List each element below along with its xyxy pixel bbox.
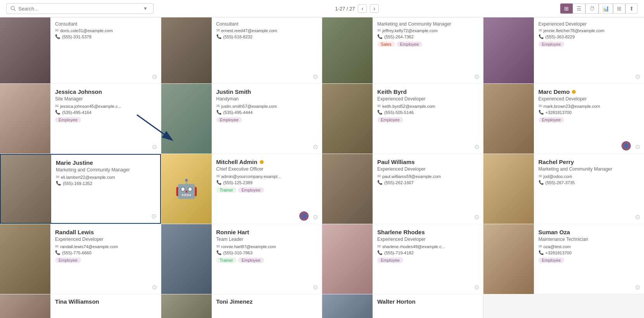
card-rachel-perry[interactable]: Rachel Perry Marketing and Community Man… — [483, 154, 644, 224]
search-icon — [10, 6, 16, 11]
card-email: ✉ paul.williams59@example.com — [377, 174, 479, 179]
card-name: Rachel Perry — [539, 159, 641, 165]
card-paul-williams[interactable]: Paul Williams Experienced Developer ✉ pa… — [322, 154, 483, 224]
card-name: Mitchell Admin — [216, 159, 257, 165]
tag-employee: Employee — [238, 258, 264, 263]
card-ernest-reed[interactable]: Consultant ✉ ernest.reed47@example.com 📞… — [161, 17, 322, 83]
card-email: ✉ jennie.fletcher76@example.com — [539, 28, 641, 33]
clock-icon[interactable]: ⊙ — [474, 143, 479, 150]
card-title: Consultant — [216, 21, 318, 27]
card-title: Site Manager — [55, 96, 157, 102]
view-share-button[interactable]: ⬆ — [625, 3, 638, 14]
card-phone: 📞 (555)-518-8232 — [216, 34, 318, 39]
card-phone: 📞 (555)-363-8229 — [539, 34, 641, 39]
card-toni-jimenez[interactable]: Toni Jimenez — [161, 294, 322, 318]
clock-icon[interactable]: ⊙ — [152, 283, 157, 291]
mini-avatar-mitchell: 👤 — [299, 211, 309, 221]
card-email: ✉ randall.lewis74@example.com — [55, 244, 157, 249]
tag-employee: Employee — [377, 258, 403, 263]
card-email: ✉ mark.brown23@example.com — [539, 104, 641, 109]
clock-icon[interactable]: ⊙ — [313, 143, 318, 150]
search-dropdown-button[interactable]: ▼ — [142, 5, 149, 12]
card-phone: 📞 (555)-267-3735 — [539, 180, 641, 185]
view-graph-button[interactable]: 📊 — [599, 3, 613, 14]
card-name: Marie Justine — [56, 159, 156, 166]
search-input[interactable] — [18, 6, 142, 12]
card-randall-lewis[interactable]: Randall Lewis Experienced Developer ✉ ra… — [0, 224, 161, 294]
card-ronnie-hart[interactable]: Ronnie Hart Team Leader ✉ ronnie.hart87@… — [161, 224, 322, 294]
card-phone: 📞 (555)-719-4182 — [377, 250, 479, 255]
card-title: Team Leader — [216, 237, 318, 242]
card-suman-oza[interactable]: Suman Oza Maintenance Technician ✉ oza@t… — [483, 224, 644, 294]
card-walter-horton[interactable]: Walter Horton — [322, 294, 483, 318]
pagination-info: 1-27 / 27 — [335, 6, 355, 12]
card-title: Marketing and Community Manager — [56, 167, 156, 173]
clock-icon[interactable]: ⊙ — [313, 283, 318, 291]
top-bar: ▼ 1-27 / 27 ‹ › ⊞ ☰ ⏱ 📊 ⊞ ⬆ — [0, 0, 644, 17]
clock-icon[interactable]: ⊙ — [635, 213, 640, 221]
card-marie-justine[interactable]: Marie Justine Marketing and Community Ma… — [0, 154, 161, 224]
card-phone: 📞 (555)-505-5146 — [377, 110, 479, 115]
svg-point-0 — [11, 6, 14, 10]
clock-icon[interactable]: ⊙ — [635, 283, 640, 291]
card-name: Toni Jimenez — [216, 298, 318, 305]
clock-icon[interactable]: ⊙ — [313, 73, 318, 80]
card-marc-demo[interactable]: Marc Demo Experienced Developer ✉ mark.b… — [483, 84, 644, 154]
card-title: Marketing and Community Manager — [539, 166, 641, 172]
card-tina-williamson[interactable]: Tina Williamson — [0, 294, 161, 318]
card-email: ✉ admin@yourcompany.exampl... — [216, 174, 318, 179]
card-phone: 📞 (535)-495-4444 — [216, 110, 318, 115]
card-keith-byrd[interactable]: Keith Byrd Experienced Developer ✉ keith… — [322, 84, 483, 154]
card-email: ✉ keith.byrd52@example.com — [377, 104, 479, 109]
card-phone: 📞 (555)-125-2389 — [216, 180, 318, 185]
mini-avatar-marc: 👤 — [622, 141, 631, 150]
pagination-prev-button[interactable]: ‹ — [358, 4, 367, 13]
tag-employee: Employee — [216, 117, 242, 123]
card-jessica-johnson[interactable]: Jessica Johnson Site Manager ✉ jessica.j… — [0, 84, 161, 154]
clock-icon[interactable]: ⊙ — [151, 213, 156, 220]
card-title: Experienced Developer — [55, 237, 157, 242]
card-name: Ronnie Hart — [216, 229, 318, 235]
search-container: ▼ — [6, 3, 154, 14]
card-name: Randall Lewis — [55, 229, 157, 235]
card-name: Keith Byrd — [377, 88, 479, 95]
clock-icon[interactable]: ⊙ — [474, 73, 479, 80]
clock-icon[interactable]: ⊙ — [635, 143, 640, 150]
clock-icon[interactable]: ⊙ — [474, 213, 479, 221]
card-phone: 📞 (555)-169-1352 — [56, 181, 156, 186]
card-name: Tina Williamson — [55, 298, 157, 305]
pagination-next-button[interactable]: › — [370, 4, 379, 13]
card-email: ✉ jod@odoo.com — [539, 174, 641, 179]
card-doris-cole[interactable]: Consultant ✉ doris.cole31@example.com 📞 … — [0, 17, 161, 83]
tag-employee: Employee — [55, 258, 81, 263]
svg-line-2 — [137, 115, 164, 134]
card-title: Experienced Developer — [377, 237, 479, 242]
card-name: Jessica Johnson — [55, 88, 157, 95]
clock-icon[interactable]: ⊙ — [313, 213, 318, 221]
card-email: ✉ sharlene.rhodes49@example.c... — [377, 244, 479, 249]
card-jennie-fletcher[interactable]: Experienced Developer ✉ jennie.fletcher7… — [483, 17, 644, 83]
card-mitchell-admin[interactable]: 🤖 Mitchell Admin Chief Executive Officer… — [161, 154, 322, 224]
card-phone: 📞 (555)-775-6660 — [55, 250, 157, 255]
clock-icon[interactable]: ⊙ — [152, 143, 157, 150]
card-name: Justin Smith — [216, 88, 318, 95]
card-email: ✉ justin.smith57@example.com — [216, 104, 318, 109]
view-activity-button[interactable]: ⏱ — [585, 3, 599, 14]
card-name: Walter Horton — [377, 298, 479, 305]
card-email: ✉ ernest.reed47@example.com — [216, 28, 318, 33]
card-title: Experienced Developer — [377, 166, 479, 172]
card-jeffrey-kelly[interactable]: Marketing and Community Manager ✉ jeffre… — [322, 17, 483, 83]
clock-icon[interactable]: ⊙ — [474, 283, 479, 291]
arrow-indicator — [137, 115, 172, 138]
card-email: ✉ doris.cole31@example.com — [55, 28, 157, 33]
view-kanban-button[interactable]: ⊞ — [560, 3, 573, 14]
card-sharlene-rhodes[interactable]: Sharlene Rhodes Experienced Developer ✉ … — [322, 224, 483, 294]
clock-icon[interactable]: ⊙ — [152, 73, 157, 80]
clock-icon[interactable]: ⊙ — [635, 73, 640, 80]
tag-employee: Employee — [55, 117, 81, 123]
card-title: Maintenance Technician — [539, 237, 641, 242]
view-pivot-button[interactable]: ⊞ — [613, 3, 625, 14]
card-email: ✉ jessica.johnson45@example.c... — [55, 104, 157, 109]
card-justin-smith[interactable]: Justin Smith Handyman ✉ justin.smith57@e… — [161, 84, 322, 154]
view-list-button[interactable]: ☰ — [573, 3, 585, 14]
